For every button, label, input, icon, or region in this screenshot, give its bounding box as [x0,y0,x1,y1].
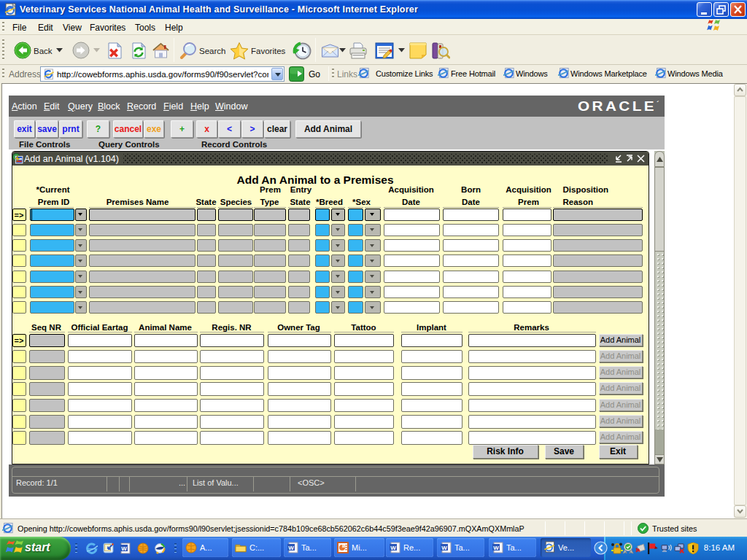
svg-text:W: W [288,545,294,551]
svg-text:W: W [121,545,127,552]
svg-text:W: W [441,545,447,551]
svg-text:W: W [390,545,396,551]
svg-text:W: W [493,545,499,551]
